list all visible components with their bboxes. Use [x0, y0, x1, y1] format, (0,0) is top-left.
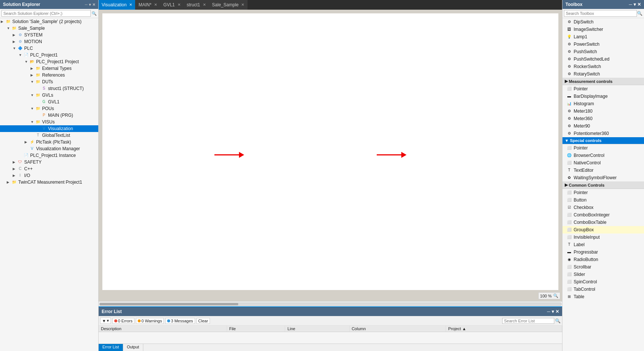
tab-gvl1[interactable]: GVL1✕ — [160, 0, 184, 10]
toolbox-item-comboboxtable[interactable]: ⬜ComboBoxTable — [562, 219, 644, 226]
toolbox-item-rockerswitch[interactable]: ⚙RockerSwitch — [562, 63, 644, 70]
toolbox-item-tabcontrol[interactable]: ⬜TabControl — [562, 286, 644, 293]
toolbox-item-progressbar[interactable]: ▬Progressbar — [562, 248, 644, 256]
tree-item-struct1[interactable]: Sstruct1 (STRUCT) — [0, 85, 98, 92]
toolbox-item-slider[interactable]: ⬜Slider — [562, 271, 644, 278]
toolbox-search-icon[interactable]: 🔍 — [637, 11, 643, 16]
tab-visualization[interactable]: Visualization✕ — [99, 0, 136, 10]
tree-item-safety[interactable]: ▶🛡SAFETY — [0, 159, 98, 165]
toolbox-item-radiobutton[interactable]: ◉RadioButton — [562, 256, 644, 263]
tree-item-gvl1[interactable]: GGVL1 — [0, 99, 98, 105]
toolbox-category-common-controls[interactable]: ▶Common Controls — [562, 181, 644, 189]
arrow-icon[interactable]: ▾ — [89, 3, 91, 7]
tab-main-[interactable]: MAIN*✕ — [136, 0, 160, 10]
tree-item-solution[interactable]: ▶📁Solution 'Sale_Sample' (2 projects) — [0, 18, 98, 25]
toolbox-item-pushswitchedled[interactable]: ⚙PushSwitchedLed — [562, 55, 644, 63]
toolbox-item-meter90[interactable]: ⚙Meter90 — [562, 122, 644, 130]
tree-item-plc_project1_project[interactable]: ▼📂PLC_Project1 Project — [0, 58, 98, 65]
close-icon[interactable]: ✕ — [555, 309, 559, 314]
tree-item-references[interactable]: ▶📁References — [0, 72, 98, 78]
tree-item-cpp[interactable]: ▶CC++ — [0, 165, 98, 172]
solution-explorer-search-button[interactable]: 🔍 — [92, 11, 97, 16]
close-icon[interactable]: ✕ — [637, 2, 641, 7]
toolbox-item-histogram[interactable]: 📊Histogram — [562, 100, 644, 107]
toolbox-item-powerswitch[interactable]: ⚙PowerSwitch — [562, 41, 644, 48]
tree-item-sale_sample[interactable]: ▼📁Sale_Sample — [0, 25, 98, 32]
error-column-file[interactable]: File — [227, 326, 285, 332]
tree-item-plc[interactable]: ▼🔷PLC — [0, 45, 98, 52]
arrow-icon[interactable]: ▾ — [552, 309, 554, 314]
toolbox-category-measurement-controls[interactable]: ▶Measurement controls — [562, 78, 644, 85]
solution-explorer-search-input[interactable] — [1, 10, 91, 17]
toolbox-item-pointer[interactable]: ⬜Pointer — [562, 144, 644, 152]
zoom-icon[interactable]: 🔍 — [553, 293, 558, 298]
toolbox-item-browsercontrol[interactable]: 🌐BrowserControl — [562, 152, 644, 159]
tree-item-system[interactable]: ▶⚙SYSTEM — [0, 32, 98, 38]
toolbox-item-groupbox[interactable]: ⬜GroupBox — [562, 226, 644, 234]
pin-icon[interactable]: ─ — [629, 2, 632, 7]
toolbox-item-lamp1[interactable]: 💡Lamp1 — [562, 33, 644, 41]
tree-item-visualization[interactable]: VVisualization — [0, 125, 98, 132]
errors-filter-button[interactable]: 0 Errors — [112, 318, 134, 324]
toolbox-item-meter180[interactable]: ⚙Meter180 — [562, 107, 644, 115]
toolbox-item-table[interactable]: ⊞Table — [562, 293, 644, 300]
tab-sale-sample[interactable]: Sale_Sample✕ — [209, 0, 248, 10]
toolbox-item-pushswitch[interactable]: ⚙PushSwitch — [562, 48, 644, 55]
close-icon[interactable]: ✕ — [92, 3, 95, 7]
toolbox-item-pointer[interactable]: ⬜Pointer — [562, 85, 644, 93]
error-column-line[interactable]: Line — [285, 326, 349, 332]
arrow-icon[interactable]: ▾ — [634, 2, 636, 7]
tree-item-vis_manager[interactable]: VVisualization Manager — [0, 145, 98, 152]
toolbox-item-pointer[interactable]: ⬜Pointer — [562, 189, 644, 196]
toolbox-item-button[interactable]: ⬜Button — [562, 196, 644, 204]
tree-item-gvls[interactable]: ▼📁GVLs — [0, 92, 98, 99]
bottom-tab-output[interactable]: Output — [123, 344, 143, 351]
error-column-column[interactable]: Column — [349, 326, 446, 332]
tree-item-external_types[interactable]: ▶📁External Types — [0, 65, 98, 72]
tree-item-pous[interactable]: ▼📁POUs — [0, 105, 98, 112]
toolbox-category-special-controls[interactable]: ▼Special controls — [562, 137, 644, 144]
messages-filter-button[interactable]: 3 Messages — [165, 318, 195, 324]
error-search-icon[interactable]: 🔍 — [555, 318, 561, 323]
toolbox-item-meter360[interactable]: ⚙Meter360 — [562, 115, 644, 122]
toolbox-item-waitingsymbolflower[interactable]: ✿WaitingSymbolFlower — [562, 174, 644, 181]
toolbox-item-label[interactable]: TLabel — [562, 241, 644, 248]
tab-close-icon[interactable]: ✕ — [154, 3, 157, 7]
pin-icon[interactable]: ─ — [85, 3, 87, 7]
toolbox-item-bardisplayimage[interactable]: ▬BarDisplayImage — [562, 93, 644, 100]
tree-item-plc_project1[interactable]: ▼📄PLC_Project1 — [0, 52, 98, 58]
toolbox-item-imageswitcher[interactable]: 🖼ImageSwitcher — [562, 26, 644, 33]
toolbox-item-spincontrol[interactable]: ⬜SpinControl — [562, 278, 644, 286]
tree-item-plctask[interactable]: ▶⚡PlcTask (PlcTask) — [0, 139, 98, 145]
canvas-horizontal-scrollbar[interactable] — [99, 301, 562, 306]
toolbox-item-nativecontrol[interactable]: ⬜NativeControl — [562, 159, 644, 167]
toolbox-item-texteditor[interactable]: TTextEditor — [562, 167, 644, 174]
warnings-filter-button[interactable]: 0 Warnings — [136, 318, 164, 324]
tree-item-motion[interactable]: ▶⚙MOTION — [0, 38, 98, 45]
tree-item-global_text_list[interactable]: TGlobalTextList — [0, 132, 98, 139]
toolbox-item-rotaryswitch[interactable]: ⚙RotarySwitch — [562, 70, 644, 78]
tab-close-icon[interactable]: ✕ — [178, 3, 181, 7]
tree-item-duts[interactable]: ▼📁DUTs — [0, 78, 98, 85]
bottom-tab-error-list[interactable]: Error List — [99, 344, 123, 351]
tree-item-visus[interactable]: ▼📁VISUs — [0, 119, 98, 125]
error-column-description[interactable]: Description — [99, 326, 227, 332]
tree-item-io[interactable]: ▶II/O — [0, 172, 98, 179]
error-list-search-input[interactable] — [502, 318, 554, 324]
error-column-project[interactable]: Project ▲ — [446, 326, 562, 332]
tree-item-twincat_measure[interactable]: ▶📁TwinCAT Measurement Project1 — [0, 179, 98, 186]
clear-button[interactable]: Clear — [197, 318, 210, 324]
tab-struct1[interactable]: struct1✕ — [184, 0, 209, 10]
tab-close-icon[interactable]: ✕ — [129, 3, 132, 7]
toolbox-item-dipswitch[interactable]: ⚙DipSwitch — [562, 18, 644, 26]
toolbox-item-potentiometer360[interactable]: ⚙Potentiometer360 — [562, 130, 644, 137]
toolbox-item-comboboxinteger[interactable]: ⬜ComboBoxInteger — [562, 211, 644, 219]
visualization-canvas[interactable]: 100 % 🔍 — [99, 10, 562, 301]
tree-item-main[interactable]: PMAIN (PRG) — [0, 112, 98, 119]
toolbox-item-scrollbar[interactable]: ⬜Scrollbar — [562, 263, 644, 271]
toolbox-search-input[interactable] — [564, 10, 637, 17]
tab-close-icon[interactable]: ✕ — [241, 3, 244, 7]
toolbox-item-checkbox[interactable]: ☑Checkbox — [562, 204, 644, 211]
filter-button[interactable]: ▼ ▾ — [100, 318, 111, 324]
tab-close-icon[interactable]: ✕ — [203, 3, 206, 7]
